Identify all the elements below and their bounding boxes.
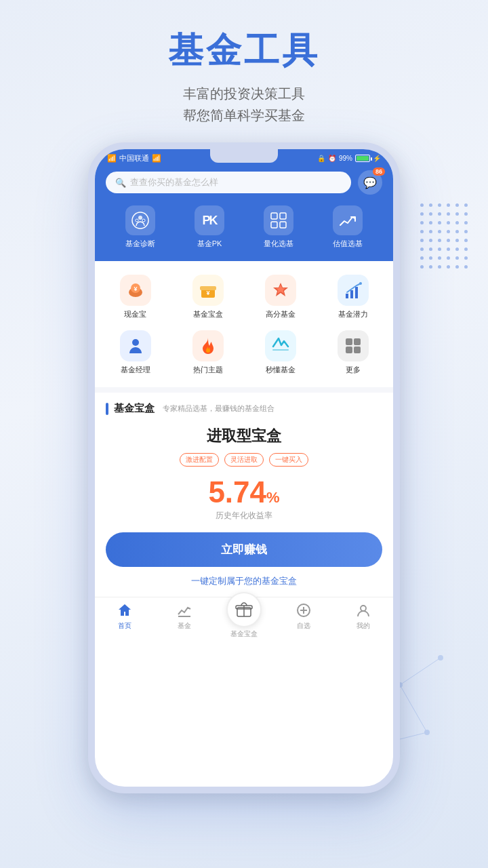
tag-2: 一键买入 bbox=[269, 453, 308, 467]
icon-cash: ¥ bbox=[120, 275, 151, 306]
svg-line-1 bbox=[400, 658, 441, 685]
tool-label-quant: 量化选基 bbox=[264, 239, 293, 249]
svg-point-11 bbox=[136, 219, 138, 222]
svg-point-29 bbox=[132, 339, 139, 346]
phone-notch bbox=[210, 149, 278, 163]
svg-rect-13 bbox=[271, 213, 277, 219]
svg-point-7 bbox=[424, 730, 430, 735]
status-battery: 🔒 ⏰ 99% ⚡ bbox=[317, 155, 381, 162]
svg-rect-31 bbox=[346, 338, 352, 345]
nav-label-box: 基金宝盒 bbox=[230, 629, 258, 639]
page-subtitle: 丰富的投资决策工具 帮您简单科学买基金 bbox=[14, 83, 474, 126]
customize-link[interactable]: 一键定制属于您的基金宝盒 bbox=[106, 575, 382, 587]
icon-more bbox=[338, 330, 369, 361]
section-title-row: 基金宝盒 专家精品选基，最赚钱的基金组合 bbox=[106, 402, 382, 415]
icon-label-quick: 秒懂基金 bbox=[266, 365, 296, 375]
card-box-title: 进取型宝盒 bbox=[106, 426, 382, 446]
icon-item-manager[interactable]: 基金经理 bbox=[100, 326, 170, 379]
icon-label-cash: 现金宝 bbox=[124, 309, 146, 319]
icon-item-highscore[interactable]: 高分基金 bbox=[245, 271, 315, 323]
yield-number: 5.74% bbox=[106, 477, 382, 507]
nav-item-mine[interactable]: 我的 bbox=[333, 601, 393, 648]
svg-rect-27 bbox=[355, 287, 358, 298]
svg-point-9 bbox=[132, 212, 148, 229]
icon-item-hot[interactable]: 热门主题 bbox=[173, 326, 243, 379]
nav-icon-box bbox=[226, 592, 262, 627]
svg-line-2 bbox=[400, 685, 427, 732]
icon-row-2: 基金经理 热门主题 bbox=[100, 326, 388, 379]
icon-highscore bbox=[265, 275, 296, 306]
tag-0: 激进配置 bbox=[180, 453, 219, 467]
yield-label: 历史年化收益率 bbox=[106, 510, 382, 521]
svg-text:¥: ¥ bbox=[134, 285, 137, 292]
icon-box: ¥ bbox=[192, 275, 224, 306]
tool-item-quant[interactable]: 量化选基 bbox=[244, 203, 313, 252]
bottom-nav: 首页 基金 bbox=[95, 597, 393, 654]
nav-label-home: 首页 bbox=[118, 621, 131, 631]
svg-rect-33 bbox=[346, 347, 352, 353]
icon-item-cash[interactable]: ¥ 现金宝 bbox=[100, 271, 170, 323]
nav-label-mine: 我的 bbox=[357, 621, 370, 631]
page-header: 基金工具 丰富的投资决策工具 帮您简单科学买基金 bbox=[0, 0, 488, 140]
svg-rect-14 bbox=[280, 213, 286, 219]
tool-grid: 基金诊断 PK 基金PK bbox=[106, 203, 382, 252]
tool-label-value: 估值选基 bbox=[333, 239, 363, 249]
icon-label-hot: 热门主题 bbox=[193, 365, 223, 375]
section-sub-title: 专家精品选基，最赚钱的基金组合 bbox=[163, 403, 274, 414]
icon-label-potential: 基金潜力 bbox=[338, 309, 368, 319]
svg-point-28 bbox=[359, 282, 362, 285]
tool-icon-value bbox=[333, 205, 363, 235]
icon-item-quick[interactable]: 秒懂基金 bbox=[245, 326, 315, 379]
icon-label-manager: 基金经理 bbox=[121, 365, 150, 375]
svg-rect-32 bbox=[354, 338, 361, 345]
notification-button[interactable]: 💬 86 bbox=[358, 170, 382, 195]
nav-icon-home bbox=[116, 601, 134, 619]
tool-label-pk: 基金PK bbox=[197, 239, 222, 249]
notification-count: 86 bbox=[373, 167, 385, 176]
nav-item-home[interactable]: 首页 bbox=[95, 601, 155, 648]
app-header: 🔍 查查你买的基金怎么样 💬 86 bbox=[95, 165, 393, 261]
nav-label-watchlist: 自选 bbox=[297, 621, 310, 631]
section-bar bbox=[106, 403, 108, 415]
tool-icon-quant bbox=[264, 205, 293, 235]
page-title: 基金工具 bbox=[14, 27, 474, 75]
cta-button[interactable]: 立即赚钱 bbox=[106, 532, 382, 567]
icon-menu: ¥ 现金宝 ¥ 基金宝盒 bbox=[95, 261, 393, 387]
search-placeholder: 查查你买的基金怎么样 bbox=[130, 176, 342, 189]
nav-icon-watchlist bbox=[295, 601, 312, 619]
svg-point-42 bbox=[361, 606, 366, 611]
tag-1: 灵活进取 bbox=[224, 453, 264, 467]
icon-label-highscore: 高分基金 bbox=[266, 309, 296, 319]
icon-item-more[interactable]: 更多 bbox=[318, 326, 388, 379]
svg-point-6 bbox=[438, 655, 443, 660]
icon-label-more: 更多 bbox=[346, 365, 361, 375]
icon-manager bbox=[120, 330, 151, 361]
svg-rect-25 bbox=[346, 294, 348, 298]
svg-point-10 bbox=[138, 216, 142, 220]
icon-item-potential[interactable]: 基金潜力 bbox=[318, 271, 388, 323]
tool-item-diagnosis[interactable]: 基金诊断 bbox=[106, 203, 175, 252]
svg-rect-16 bbox=[280, 222, 286, 228]
tool-item-pk[interactable]: PK 基金PK bbox=[175, 203, 244, 252]
search-icon: 🔍 bbox=[115, 178, 126, 188]
nav-item-watchlist[interactable]: 自选 bbox=[274, 601, 333, 648]
svg-text:¥: ¥ bbox=[206, 290, 209, 296]
nav-item-box[interactable]: 基金宝盒 bbox=[214, 592, 274, 639]
tool-label-diagnosis: 基金诊断 bbox=[125, 239, 155, 249]
nav-item-fund[interactable]: 基金 bbox=[155, 601, 214, 648]
icon-item-box[interactable]: ¥ 基金宝盒 bbox=[173, 271, 243, 323]
section-jiajinbaohé: 基金宝盒 专家精品选基，最赚钱的基金组合 进取型宝盒 激进配置 灵活进取 一键买… bbox=[95, 393, 393, 597]
tool-icon-pk: PK bbox=[195, 205, 224, 235]
nav-label-fund: 基金 bbox=[178, 621, 191, 631]
status-carrier: 📶 中国联通 📶 bbox=[107, 153, 161, 163]
svg-rect-26 bbox=[350, 290, 353, 298]
tool-item-value[interactable]: 估值选基 bbox=[313, 203, 382, 252]
search-bar[interactable]: 🔍 查查你买的基金怎么样 bbox=[106, 172, 351, 193]
svg-rect-30 bbox=[272, 349, 289, 351]
svg-point-12 bbox=[142, 219, 145, 222]
nav-icon-mine bbox=[354, 601, 372, 619]
tag-row: 激进配置 灵活进取 一键买入 bbox=[106, 453, 382, 467]
icon-label-box: 基金宝盒 bbox=[193, 309, 223, 319]
icon-row-1: ¥ 现金宝 ¥ 基金宝盒 bbox=[100, 271, 388, 323]
icon-quick bbox=[265, 330, 296, 361]
